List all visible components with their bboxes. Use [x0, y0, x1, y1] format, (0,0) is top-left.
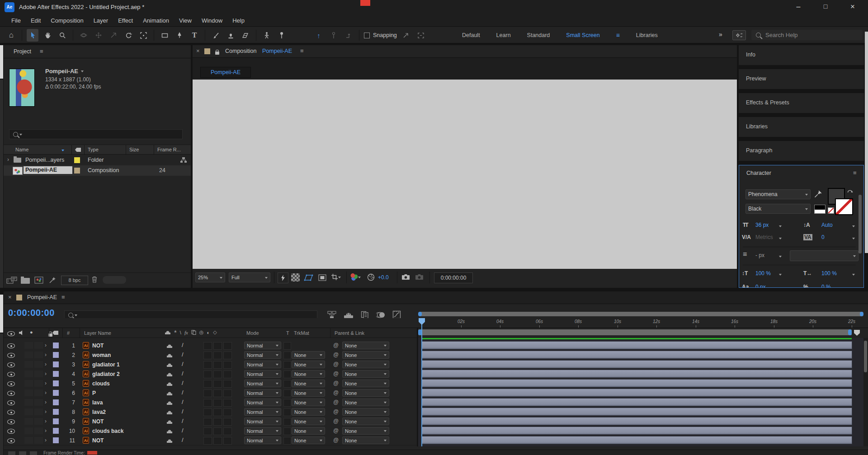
column-divider[interactable]	[84, 145, 85, 155]
stroke-style-dropdown[interactable]	[790, 250, 859, 261]
hand-tool-icon[interactable]	[42, 29, 53, 42]
default-fill-stroke-icon[interactable]	[814, 205, 826, 214]
switch-cell[interactable]	[223, 352, 232, 359]
menu-help[interactable]: Help	[227, 17, 250, 24]
layer-name[interactable]: P	[92, 390, 96, 396]
pickwhip-icon[interactable]: @	[333, 399, 339, 405]
pickwhip-icon[interactable]: @	[333, 389, 339, 396]
switch-cell[interactable]	[213, 352, 222, 359]
column-mode[interactable]: Mode	[246, 330, 259, 336]
switch-cell[interactable]	[213, 389, 222, 397]
eye-icon[interactable]	[7, 400, 15, 405]
transparency-grid-icon[interactable]	[291, 273, 300, 281]
local-axis-mode-icon[interactable]: ↑	[313, 29, 325, 42]
column-parent-link[interactable]: Parent & Link	[335, 330, 364, 336]
layer-row[interactable]: › 10 Ai clouds back / Normal None @ None	[4, 426, 417, 436]
layer-label-color[interactable]	[53, 409, 59, 415]
layer-duration-bar[interactable]	[422, 436, 852, 444]
stroke-color-swatch[interactable]	[835, 198, 853, 215]
layer-name[interactable]: gladiator 2	[92, 371, 120, 377]
layer-name[interactable]: NOT	[92, 342, 104, 349]
effects-presets-panel-tab[interactable]: Effects & Presets	[739, 93, 864, 113]
trkmat-dropdown[interactable]: None	[292, 427, 325, 435]
sync-settings-icon[interactable]	[732, 30, 746, 40]
switch-cell[interactable]	[203, 408, 212, 416]
sort-caret-icon[interactable]	[61, 150, 64, 153]
layer-duration-bar[interactable]	[422, 351, 852, 358]
channels-icon[interactable]	[350, 273, 361, 281]
snap-along-edges-icon[interactable]	[400, 29, 412, 42]
layer-label-color[interactable]	[53, 399, 59, 405]
switch-cell[interactable]	[223, 371, 232, 378]
switch-cell[interactable]	[213, 371, 222, 378]
layer-name[interactable]: gladiator 1	[92, 361, 120, 368]
solo-cell[interactable]	[24, 408, 33, 415]
mode-dropdown[interactable]: Normal	[244, 408, 281, 416]
menu-layer[interactable]: Layer	[89, 17, 113, 24]
layer-name[interactable]: NOT	[92, 437, 104, 444]
parent-dropdown[interactable]: None	[342, 370, 389, 378]
close-icon[interactable]: ×	[196, 47, 200, 54]
exposure-value[interactable]: +0.0	[378, 274, 389, 281]
character-scrollbar[interactable]	[859, 195, 862, 253]
lock-icon[interactable]	[215, 52, 219, 55]
timeline-split-divider[interactable]	[417, 328, 418, 446]
chevron-down-icon[interactable]	[81, 70, 84, 74]
expander-icon[interactable]: ›	[45, 361, 47, 367]
quality-icon[interactable]: /	[182, 380, 184, 386]
label-color-sand[interactable]	[74, 168, 80, 174]
workspace-learn[interactable]: Learn	[496, 32, 511, 38]
layer-label-color[interactable]	[53, 418, 59, 424]
preserve-transparency-cell[interactable]	[283, 418, 291, 426]
lock-cell[interactable]	[34, 418, 43, 425]
expander-icon[interactable]: ›	[45, 427, 47, 434]
pen-tool-icon[interactable]	[174, 29, 185, 42]
menu-window[interactable]: Window	[197, 17, 227, 24]
marker-bin-icon[interactable]	[854, 330, 860, 336]
expander-icon[interactable]: ›	[45, 437, 47, 443]
eye-icon[interactable]	[7, 362, 15, 367]
preserve-transparency-cell[interactable]	[283, 352, 291, 359]
column-frame-rate[interactable]: Frame R...	[157, 147, 181, 152]
pickwhip-icon[interactable]: @	[333, 408, 339, 415]
switch-cell[interactable]	[203, 399, 212, 407]
shy-icon[interactable]	[166, 429, 173, 435]
interpret-footage-icon[interactable]	[6, 277, 17, 285]
text-tool-icon[interactable]: T	[189, 29, 200, 42]
preserve-transparency-cell[interactable]	[283, 371, 291, 378]
expander-icon[interactable]: ›	[45, 389, 47, 396]
3d-layer-column-icon[interactable]: ◇	[213, 329, 217, 335]
left-edge-scrollbar-timeline[interactable]	[0, 295, 3, 333]
pickwhip-icon[interactable]: @	[333, 380, 339, 386]
switch-cell[interactable]	[203, 342, 212, 350]
switch-cell[interactable]	[213, 408, 222, 416]
playhead-line[interactable]	[421, 318, 422, 446]
libraries-panel-tab[interactable]: Libraries	[739, 117, 864, 137]
solo-cell[interactable]	[24, 389, 33, 396]
mode-dropdown[interactable]: Normal	[244, 389, 281, 397]
lock-cell[interactable]	[34, 437, 43, 444]
layer-duration-bar[interactable]	[422, 399, 852, 406]
kerning-value[interactable]: Metrics	[755, 234, 773, 240]
maximize-button[interactable]: □	[813, 3, 838, 10]
workspace-overflow-icon[interactable]: »	[719, 31, 722, 38]
trkmat-dropdown[interactable]: None	[292, 351, 325, 359]
switch-cell[interactable]	[223, 342, 232, 350]
table-row[interactable]: › Pompeii...ayers Folder	[4, 155, 191, 165]
layer-name[interactable]: lava2	[92, 409, 106, 415]
shy-icon[interactable]	[166, 343, 173, 350]
selected-item-name[interactable]: Pompeii-AE	[45, 68, 84, 75]
solo-cell[interactable]	[24, 427, 33, 434]
layer-label-color[interactable]	[53, 390, 59, 396]
info-panel-tab[interactable]: Info	[739, 45, 864, 65]
selection-tool-icon[interactable]	[27, 29, 38, 42]
trash-icon[interactable]	[91, 276, 98, 285]
layer-row[interactable]: › 6 Ai P / Normal None @ None	[4, 388, 417, 398]
layer-row[interactable]: › 5 Ai clouds / Normal None @ None	[4, 379, 417, 389]
quality-icon[interactable]: /	[182, 389, 184, 396]
paragraph-panel-tab[interactable]: Paragraph	[739, 141, 864, 161]
preview-panel-tab[interactable]: Preview	[739, 69, 864, 89]
solo-column-icon[interactable]: ●	[30, 329, 33, 335]
item-name[interactable]: Pompeii...ayers	[25, 157, 64, 163]
expander-icon[interactable]: ›	[7, 156, 9, 163]
